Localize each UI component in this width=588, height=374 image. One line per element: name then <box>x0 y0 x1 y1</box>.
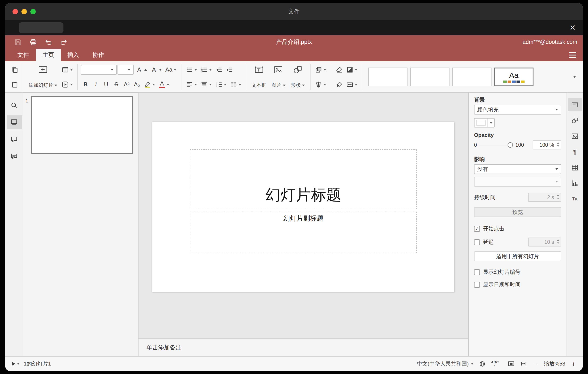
insert-image-button[interactable]: 图片 <box>269 64 288 90</box>
slides-panel-button[interactable] <box>7 115 22 129</box>
change-case-button[interactable]: Aa <box>164 64 178 75</box>
zoom-in-button[interactable]: + <box>571 360 576 367</box>
horizontal-align-button[interactable] <box>185 79 198 90</box>
effect-select[interactable]: 没有 <box>474 164 561 174</box>
start-slideshow-button[interactable] <box>60 79 74 90</box>
spellcheck-button[interactable]: ABC✓ <box>491 361 499 367</box>
spinner-arrows-icon[interactable] <box>557 142 559 146</box>
paste-button[interactable] <box>10 79 20 90</box>
opacity-slider[interactable] <box>479 142 513 148</box>
close-traffic-light[interactable] <box>12 9 18 14</box>
theme-gallery-expand-button[interactable] <box>571 71 578 83</box>
redo-button[interactable] <box>60 38 67 46</box>
add-slide-button[interactable]: 添加幻灯片 <box>26 64 59 90</box>
font-color-button[interactable]: A <box>157 79 171 90</box>
fullscreen-traffic-light[interactable] <box>30 9 36 14</box>
bullets-button[interactable] <box>185 64 198 75</box>
view-settings-button[interactable] <box>563 49 583 61</box>
minimize-traffic-light[interactable] <box>21 9 27 14</box>
increase-font-button[interactable]: A <box>135 64 148 75</box>
hamburger-icon <box>569 52 576 58</box>
align-shape-button[interactable] <box>314 79 327 90</box>
preview-button[interactable]: 预览 <box>474 207 561 217</box>
opacity-slider-knob[interactable] <box>508 142 513 147</box>
chevron-down-icon <box>555 168 558 170</box>
start-on-click-checkbox[interactable]: ✓ <box>474 226 480 232</box>
increase-indent-icon <box>226 66 233 73</box>
chart-settings-button[interactable] <box>568 176 581 190</box>
insert-textbox-button[interactable]: 文本框 <box>249 64 269 90</box>
slide-settings-button[interactable] <box>568 98 581 111</box>
tab-insert[interactable]: 插入 <box>61 49 86 61</box>
shape-fill-button[interactable] <box>345 64 359 75</box>
language-select[interactable]: 中文(中华人民共和国) <box>417 360 474 367</box>
theme-thumbnail[interactable] <box>452 67 492 86</box>
superscript-button[interactable]: A² <box>122 79 131 90</box>
increase-indent-button[interactable] <box>225 64 235 75</box>
font-name-select[interactable] <box>81 65 117 75</box>
numbering-button[interactable] <box>199 64 213 75</box>
arrange-shape-button[interactable] <box>314 64 327 75</box>
search-button[interactable] <box>7 98 22 112</box>
slide-size-button[interactable] <box>345 79 359 90</box>
bold-button[interactable]: B <box>81 79 90 90</box>
copy-button[interactable] <box>10 64 20 75</box>
zoom-out-button[interactable]: − <box>533 360 539 367</box>
textart-settings-button[interactable]: Ta <box>568 192 581 205</box>
undo-button[interactable] <box>45 38 52 46</box>
title-placeholder[interactable]: 幻灯片标题 <box>190 149 417 209</box>
comments-button[interactable] <box>7 132 22 146</box>
notes-area[interactable]: 单击添加备注 <box>138 338 468 356</box>
clear-style-button[interactable] <box>334 64 344 75</box>
save-button[interactable] <box>14 38 22 46</box>
fit-width-button[interactable] <box>520 360 527 367</box>
theme-thumbnail-selected[interactable]: Aa <box>494 67 534 86</box>
columns-button[interactable] <box>229 79 243 90</box>
font-size-select[interactable] <box>117 65 134 75</box>
spinner-arrows-icon[interactable] <box>557 239 559 244</box>
table-settings-button[interactable] <box>568 161 581 174</box>
paragraph-settings-button[interactable]: ¶ <box>568 145 581 158</box>
chat-button[interactable] <box>7 149 22 163</box>
underline-button[interactable]: U <box>101 79 111 90</box>
vertical-align-button[interactable] <box>199 79 213 90</box>
highlight-color-button[interactable] <box>143 79 156 90</box>
insert-shape-button[interactable]: 形状 <box>289 64 307 90</box>
duration-spinner[interactable]: 2 s <box>528 193 561 202</box>
set-language-button[interactable] <box>479 360 486 367</box>
line-spacing-button[interactable] <box>214 79 228 90</box>
print-button[interactable] <box>30 38 37 46</box>
apply-to-all-slides-button[interactable]: 适用于所有幻灯片 <box>474 252 561 261</box>
tab-file[interactable]: 文件 <box>11 49 36 61</box>
show-slide-number-checkbox[interactable] <box>474 269 480 275</box>
italic-button[interactable]: I <box>91 79 101 90</box>
decrease-indent-button[interactable] <box>214 64 224 75</box>
spinner-arrows-icon[interactable] <box>557 195 559 199</box>
background-fill-select[interactable]: 颜色填充 <box>474 105 561 115</box>
subscript-button[interactable]: A₂ <box>132 79 142 90</box>
tab-home[interactable]: 主页 <box>36 49 61 61</box>
theme-thumbnail[interactable] <box>368 67 408 86</box>
copy-style-button[interactable] <box>334 79 344 90</box>
close-dialog-button[interactable]: × <box>570 20 576 35</box>
tab-collaboration[interactable]: 协作 <box>86 49 111 61</box>
shape-settings-button[interactable] <box>568 114 581 127</box>
opacity-value-spinner[interactable]: 100 % <box>533 141 561 149</box>
bullets-icon <box>186 66 193 73</box>
line-spacing-icon <box>215 81 222 88</box>
slide-layout-button[interactable] <box>60 64 74 75</box>
delay-spinner[interactable]: 10 s <box>528 238 561 246</box>
strikethrough-button[interactable]: S <box>112 79 121 90</box>
slide[interactable]: 幻灯片标题 幻灯片副标题 <box>152 122 454 292</box>
subtitle-placeholder[interactable]: 幻灯片副标题 <box>190 212 417 253</box>
decrease-font-button[interactable]: A <box>149 64 163 75</box>
fit-slide-button[interactable] <box>508 360 515 367</box>
background-color-picker[interactable] <box>474 118 495 128</box>
image-settings-button[interactable] <box>568 129 581 143</box>
effect-option-select[interactable] <box>474 177 561 187</box>
delay-checkbox[interactable] <box>474 239 480 245</box>
show-date-checkbox[interactable] <box>474 282 480 288</box>
slide-thumbnail-1[interactable] <box>31 96 133 154</box>
theme-thumbnail[interactable] <box>410 67 450 86</box>
start-slideshow-status-button[interactable] <box>12 362 20 366</box>
